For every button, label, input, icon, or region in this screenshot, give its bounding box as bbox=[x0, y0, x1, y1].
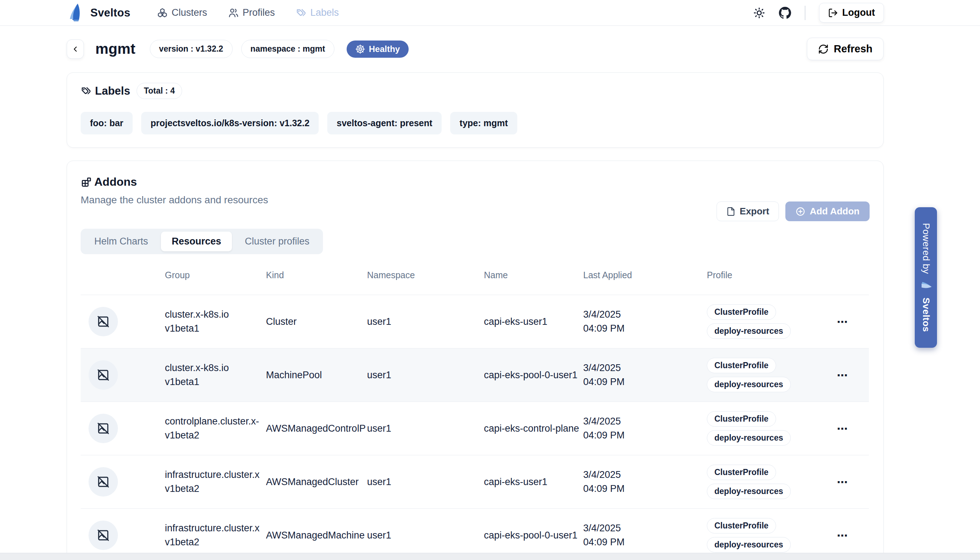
boxes-icon bbox=[157, 8, 168, 18]
cell-namespace: user1 bbox=[367, 509, 484, 560]
users-icon bbox=[228, 8, 239, 18]
addons-card: Addons Manage the cluster addons and res… bbox=[67, 161, 883, 560]
table-row[interactable]: cluster.x-k8s.iov1beta1 MachinePool user… bbox=[81, 348, 869, 402]
profile-chip: ClusterProfile bbox=[707, 518, 776, 533]
plus-circle-icon bbox=[795, 207, 805, 217]
top-navbar: Sveltos Clusters Profiles bbox=[0, 0, 980, 26]
nav-items: Clusters Profiles Labels bbox=[157, 7, 339, 18]
powered-by-text: Powered by bbox=[920, 223, 932, 274]
status-badge: Healthy bbox=[347, 40, 409, 58]
refresh-button[interactable]: Refresh bbox=[807, 38, 883, 60]
resource-avatar bbox=[88, 414, 118, 443]
github-link[interactable] bbox=[779, 7, 791, 19]
brand[interactable]: Sveltos bbox=[67, 3, 130, 23]
addons-title: Addons bbox=[81, 175, 870, 188]
tags-icon bbox=[296, 8, 306, 18]
sveltos-logo-icon bbox=[67, 3, 85, 23]
cell-profile: ClusterProfile deploy-resources bbox=[707, 304, 816, 339]
addons-tabs: Helm Charts Resources Cluster profiles bbox=[81, 229, 323, 254]
cell-last-applied: 3/4/202504:09 PM bbox=[583, 402, 707, 455]
version-badge: version : v1.32.2 bbox=[150, 40, 233, 58]
profile-chip: deploy-resources bbox=[707, 537, 791, 552]
table-row[interactable]: controlplane.cluster.x-v1beta2 AWSManage… bbox=[81, 402, 869, 455]
table-row[interactable]: infrastructure.cluster.xv1beta2 AWSManag… bbox=[81, 509, 869, 560]
resource-avatar bbox=[88, 467, 118, 497]
profile-chip: ClusterProfile bbox=[707, 358, 776, 373]
col-icon bbox=[81, 261, 165, 295]
logout-button[interactable]: Logout bbox=[819, 3, 884, 23]
cell-kind: AWSManagedMachine bbox=[266, 509, 367, 560]
chevron-left-icon bbox=[71, 45, 80, 53]
nav-item-profiles[interactable]: Profiles bbox=[228, 7, 275, 18]
col-last-applied: Last Applied bbox=[583, 261, 707, 295]
namespace-badge: namespace : mgmt bbox=[241, 40, 334, 58]
nav-item-label: Clusters bbox=[172, 7, 207, 18]
cell-name: capi-eks-user1 bbox=[484, 295, 583, 348]
cell-namespace: user1 bbox=[367, 348, 484, 402]
row-menu-button[interactable]: ⋯ bbox=[816, 295, 869, 348]
col-kind: Kind bbox=[266, 261, 367, 295]
resources-table: Group Kind Namespace Name Last Applied P… bbox=[81, 261, 869, 560]
row-menu-button[interactable]: ⋯ bbox=[816, 509, 869, 560]
cell-last-applied: 3/4/202504:09 PM bbox=[583, 348, 707, 402]
tab-cluster-profiles[interactable]: Cluster profiles bbox=[234, 232, 320, 251]
tab-helm-charts[interactable]: Helm Charts bbox=[83, 232, 159, 251]
cell-group: infrastructure.cluster.xv1beta2 bbox=[165, 455, 266, 509]
cell-kind: AWSManagedCluster bbox=[266, 455, 367, 509]
resource-avatar bbox=[88, 360, 118, 390]
profile-chip: ClusterProfile bbox=[707, 411, 776, 427]
cell-name: capi-eks-control-plane bbox=[484, 402, 583, 455]
col-actions bbox=[816, 261, 869, 295]
sun-icon bbox=[753, 7, 765, 19]
image-off-icon bbox=[97, 529, 110, 542]
file-icon bbox=[726, 207, 735, 216]
cell-name: capi-eks-user1 bbox=[484, 455, 583, 509]
profile-chip: ClusterProfile bbox=[707, 304, 776, 320]
cell-profile: ClusterProfile deploy-resources bbox=[707, 518, 816, 552]
labels-card-title: Labels bbox=[81, 85, 130, 98]
cell-group: cluster.x-k8s.iov1beta1 bbox=[165, 295, 266, 348]
addons-title-text: Addons bbox=[94, 175, 137, 188]
page-content: mgmt version : v1.32.2 namespace : mgmt … bbox=[0, 26, 980, 560]
row-menu-button[interactable]: ⋯ bbox=[816, 455, 869, 509]
profile-chip: deploy-resources bbox=[707, 483, 791, 499]
col-profile: Profile bbox=[707, 261, 816, 295]
row-menu-button[interactable]: ⋯ bbox=[816, 348, 869, 402]
addons-actions: Export Add Addon bbox=[717, 202, 870, 221]
labels-total-badge: Total : 4 bbox=[136, 83, 182, 99]
add-addon-button[interactable]: Add Addon bbox=[785, 202, 870, 221]
cell-kind: MachinePool bbox=[266, 348, 367, 402]
label-chip: foo: bar bbox=[81, 112, 133, 135]
profile-chip: deploy-resources bbox=[707, 430, 791, 446]
powered-by-ribbon[interactable]: Powered by Sveltos bbox=[915, 207, 937, 348]
cell-namespace: user1 bbox=[367, 402, 484, 455]
theme-toggle-button[interactable] bbox=[753, 7, 765, 19]
row-menu-button[interactable]: ⋯ bbox=[816, 402, 869, 455]
export-button[interactable]: Export bbox=[717, 202, 779, 221]
labels-card-header: Labels Total : 4 bbox=[81, 83, 870, 99]
profile-chip: ClusterProfile bbox=[707, 465, 776, 480]
cell-profile: ClusterProfile deploy-resources bbox=[707, 465, 816, 499]
cell-group: controlplane.cluster.x-v1beta2 bbox=[165, 402, 266, 455]
nav-separator bbox=[805, 6, 805, 20]
table-row[interactable]: cluster.x-k8s.iov1beta1 Cluster user1 ca… bbox=[81, 295, 869, 348]
cell-name: capi-eks-pool-0-user1 bbox=[484, 348, 583, 402]
label-chip: type: mgmt bbox=[450, 112, 517, 135]
labels-card: Labels Total : 4 foo: bar projectsveltos… bbox=[67, 72, 883, 148]
image-off-icon bbox=[97, 368, 110, 382]
helm-wheel-icon bbox=[355, 44, 365, 54]
image-off-icon bbox=[97, 475, 110, 488]
blocks-icon bbox=[81, 177, 92, 188]
page-header: mgmt version : v1.32.2 namespace : mgmt … bbox=[67, 38, 883, 60]
nav-item-labels[interactable]: Labels bbox=[296, 7, 339, 18]
back-button[interactable] bbox=[67, 40, 84, 59]
refresh-label: Refresh bbox=[834, 43, 872, 55]
nav-item-clusters[interactable]: Clusters bbox=[157, 7, 207, 18]
cell-last-applied: 3/4/202504:09 PM bbox=[583, 295, 707, 348]
cell-kind: Cluster bbox=[266, 295, 367, 348]
tab-resources[interactable]: Resources bbox=[161, 232, 232, 251]
image-off-icon bbox=[97, 422, 110, 435]
labels-title-text: Labels bbox=[95, 85, 130, 98]
col-namespace: Namespace bbox=[367, 261, 484, 295]
table-row[interactable]: infrastructure.cluster.xv1beta2 AWSManag… bbox=[81, 455, 869, 509]
